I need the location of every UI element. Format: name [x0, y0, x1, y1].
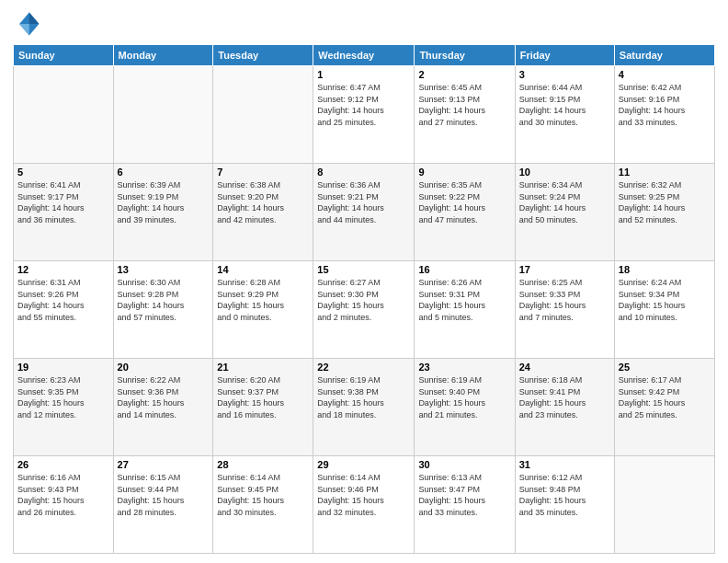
svg-marker-2	[19, 24, 29, 35]
day-info: Sunrise: 6:16 AM Sunset: 9:43 PM Dayligh…	[17, 472, 109, 518]
day-info: Sunrise: 6:22 AM Sunset: 9:36 PM Dayligh…	[118, 374, 210, 420]
weekday-header: Monday	[113, 45, 213, 66]
calendar-header-row: SundayMondayTuesdayWednesdayThursdayFrid…	[14, 45, 715, 66]
calendar-week-row: 12Sunrise: 6:31 AM Sunset: 9:26 PM Dayli…	[14, 261, 715, 359]
day-info: Sunrise: 6:14 AM Sunset: 9:46 PM Dayligh…	[317, 472, 410, 518]
day-info: Sunrise: 6:36 AM Sunset: 9:21 PM Dayligh…	[317, 179, 410, 225]
day-info: Sunrise: 6:18 AM Sunset: 9:41 PM Dayligh…	[519, 374, 610, 420]
day-info: Sunrise: 6:44 AM Sunset: 9:15 PM Dayligh…	[519, 82, 610, 128]
day-number: 19	[17, 362, 109, 373]
day-info: Sunrise: 6:42 AM Sunset: 9:16 PM Dayligh…	[619, 82, 711, 128]
calendar-cell	[614, 456, 714, 554]
svg-marker-1	[29, 13, 40, 24]
day-number: 26	[17, 459, 109, 470]
calendar-cell: 30Sunrise: 6:13 AM Sunset: 9:47 PM Dayli…	[415, 456, 515, 554]
calendar-cell: 6Sunrise: 6:39 AM Sunset: 9:19 PM Daylig…	[113, 164, 213, 261]
day-info: Sunrise: 6:27 AM Sunset: 9:30 PM Dayligh…	[317, 277, 410, 323]
day-number: 31	[519, 459, 610, 470]
weekday-header: Friday	[515, 45, 614, 66]
day-info: Sunrise: 6:23 AM Sunset: 9:35 PM Dayligh…	[17, 374, 109, 420]
day-number: 14	[217, 264, 309, 275]
calendar-cell: 23Sunrise: 6:19 AM Sunset: 9:40 PM Dayli…	[415, 359, 515, 456]
day-number: 16	[418, 264, 510, 275]
weekday-header: Saturday	[614, 45, 714, 66]
calendar-cell: 14Sunrise: 6:28 AM Sunset: 9:29 PM Dayli…	[213, 261, 313, 359]
day-number: 15	[317, 264, 410, 275]
weekday-header: Sunday	[14, 45, 114, 66]
day-number: 20	[118, 362, 210, 373]
calendar-cell: 16Sunrise: 6:26 AM Sunset: 9:31 PM Dayli…	[415, 261, 515, 359]
day-number: 24	[519, 362, 610, 373]
calendar-cell: 15Sunrise: 6:27 AM Sunset: 9:30 PM Dayli…	[313, 261, 415, 359]
day-number: 8	[317, 167, 410, 178]
day-info: Sunrise: 6:30 AM Sunset: 9:28 PM Dayligh…	[118, 277, 210, 323]
day-info: Sunrise: 6:17 AM Sunset: 9:42 PM Dayligh…	[619, 374, 711, 420]
header	[13, 9, 715, 39]
day-info: Sunrise: 6:31 AM Sunset: 9:26 PM Dayligh…	[17, 277, 109, 323]
calendar-cell: 4Sunrise: 6:42 AM Sunset: 9:16 PM Daylig…	[614, 66, 714, 164]
weekday-header: Thursday	[415, 45, 515, 66]
calendar-cell	[113, 66, 213, 164]
day-info: Sunrise: 6:26 AM Sunset: 9:31 PM Dayligh…	[418, 277, 510, 323]
logo	[13, 9, 46, 39]
day-info: Sunrise: 6:25 AM Sunset: 9:33 PM Dayligh…	[519, 277, 610, 323]
calendar-cell: 28Sunrise: 6:14 AM Sunset: 9:45 PM Dayli…	[213, 456, 313, 554]
day-number: 4	[619, 69, 711, 80]
day-info: Sunrise: 6:13 AM Sunset: 9:47 PM Dayligh…	[418, 472, 510, 518]
logo-icon	[13, 9, 42, 39]
day-number: 5	[17, 167, 109, 178]
day-number: 7	[217, 167, 309, 178]
day-number: 22	[317, 362, 410, 373]
day-number: 28	[217, 459, 309, 470]
calendar-cell: 12Sunrise: 6:31 AM Sunset: 9:26 PM Dayli…	[14, 261, 114, 359]
weekday-header: Wednesday	[313, 45, 415, 66]
day-info: Sunrise: 6:15 AM Sunset: 9:44 PM Dayligh…	[118, 472, 210, 518]
day-number: 12	[17, 264, 109, 275]
calendar-cell: 31Sunrise: 6:12 AM Sunset: 9:48 PM Dayli…	[515, 456, 614, 554]
day-info: Sunrise: 6:41 AM Sunset: 9:17 PM Dayligh…	[17, 179, 109, 225]
day-number: 18	[619, 264, 711, 275]
day-info: Sunrise: 6:14 AM Sunset: 9:45 PM Dayligh…	[217, 472, 309, 518]
calendar-cell: 29Sunrise: 6:14 AM Sunset: 9:46 PM Dayli…	[313, 456, 415, 554]
calendar-cell: 24Sunrise: 6:18 AM Sunset: 9:41 PM Dayli…	[515, 359, 614, 456]
calendar-cell: 17Sunrise: 6:25 AM Sunset: 9:33 PM Dayli…	[515, 261, 614, 359]
calendar-table: SundayMondayTuesdayWednesdayThursdayFrid…	[13, 44, 715, 554]
calendar-cell: 22Sunrise: 6:19 AM Sunset: 9:38 PM Dayli…	[313, 359, 415, 456]
calendar-cell: 9Sunrise: 6:35 AM Sunset: 9:22 PM Daylig…	[415, 164, 515, 261]
calendar-cell: 13Sunrise: 6:30 AM Sunset: 9:28 PM Dayli…	[113, 261, 213, 359]
day-number: 1	[317, 69, 410, 80]
day-info: Sunrise: 6:47 AM Sunset: 9:12 PM Dayligh…	[317, 82, 410, 128]
day-number: 9	[418, 167, 510, 178]
day-number: 21	[217, 362, 309, 373]
calendar-cell: 25Sunrise: 6:17 AM Sunset: 9:42 PM Dayli…	[614, 359, 714, 456]
calendar-cell: 3Sunrise: 6:44 AM Sunset: 9:15 PM Daylig…	[515, 66, 614, 164]
day-number: 6	[118, 167, 210, 178]
day-info: Sunrise: 6:38 AM Sunset: 9:20 PM Dayligh…	[217, 179, 309, 225]
calendar-week-row: 5Sunrise: 6:41 AM Sunset: 9:17 PM Daylig…	[14, 164, 715, 261]
day-number: 13	[118, 264, 210, 275]
weekday-header: Tuesday	[213, 45, 313, 66]
day-number: 2	[418, 69, 510, 80]
day-info: Sunrise: 6:32 AM Sunset: 9:25 PM Dayligh…	[619, 179, 711, 225]
calendar-cell: 20Sunrise: 6:22 AM Sunset: 9:36 PM Dayli…	[113, 359, 213, 456]
page: SundayMondayTuesdayWednesdayThursdayFrid…	[0, 0, 728, 563]
day-number: 30	[418, 459, 510, 470]
calendar-week-row: 26Sunrise: 6:16 AM Sunset: 9:43 PM Dayli…	[14, 456, 715, 554]
day-info: Sunrise: 6:35 AM Sunset: 9:22 PM Dayligh…	[418, 179, 510, 225]
calendar-cell: 27Sunrise: 6:15 AM Sunset: 9:44 PM Dayli…	[113, 456, 213, 554]
calendar-cell: 11Sunrise: 6:32 AM Sunset: 9:25 PM Dayli…	[614, 164, 714, 261]
day-number: 25	[619, 362, 711, 373]
calendar-week-row: 19Sunrise: 6:23 AM Sunset: 9:35 PM Dayli…	[14, 359, 715, 456]
calendar-cell: 21Sunrise: 6:20 AM Sunset: 9:37 PM Dayli…	[213, 359, 313, 456]
calendar-cell: 2Sunrise: 6:45 AM Sunset: 9:13 PM Daylig…	[415, 66, 515, 164]
day-number: 29	[317, 459, 410, 470]
calendar-cell: 1Sunrise: 6:47 AM Sunset: 9:12 PM Daylig…	[313, 66, 415, 164]
day-number: 3	[519, 69, 610, 80]
day-number: 23	[418, 362, 510, 373]
day-number: 27	[118, 459, 210, 470]
calendar-week-row: 1Sunrise: 6:47 AM Sunset: 9:12 PM Daylig…	[14, 66, 715, 164]
calendar-cell: 19Sunrise: 6:23 AM Sunset: 9:35 PM Dayli…	[14, 359, 114, 456]
day-info: Sunrise: 6:39 AM Sunset: 9:19 PM Dayligh…	[118, 179, 210, 225]
calendar-cell: 5Sunrise: 6:41 AM Sunset: 9:17 PM Daylig…	[14, 164, 114, 261]
calendar-cell: 8Sunrise: 6:36 AM Sunset: 9:21 PM Daylig…	[313, 164, 415, 261]
